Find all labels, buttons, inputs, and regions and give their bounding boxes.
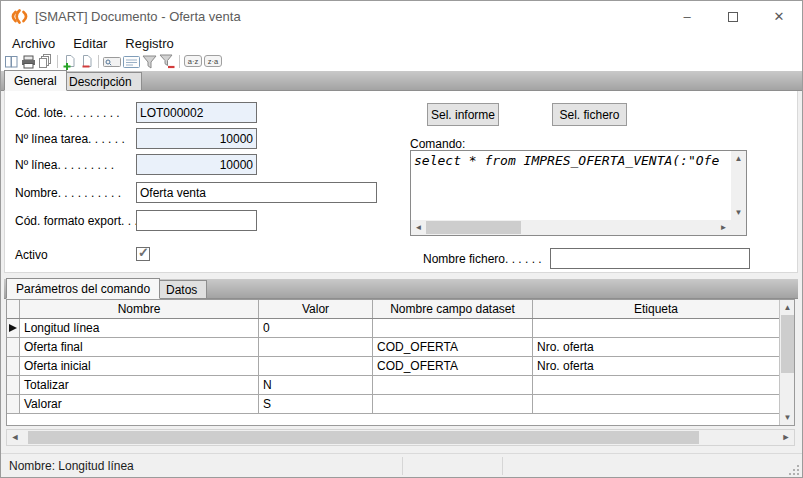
sel-informe-button[interactable]: Sel. informe <box>427 103 499 126</box>
parameters-grid: Nombre Valor Nombre campo dataset Etique… <box>6 299 795 426</box>
titlebar[interactable]: [SMART] Documento - Oferta venta – ✕ <box>1 1 802 32</box>
tab-datos[interactable]: Datos <box>156 280 207 298</box>
cell-etiqueta[interactable] <box>533 319 779 337</box>
sort-za-icon[interactable]: z·a <box>204 54 222 70</box>
status-separator <box>402 457 403 475</box>
sel-fichero-button[interactable]: Sel. fichero <box>552 103 627 126</box>
delete-record-icon[interactable] <box>79 54 94 70</box>
scroll-right-icon[interactable]: ► <box>778 430 794 445</box>
svg-text:z·a: z·a <box>208 57 219 66</box>
maximize-button[interactable] <box>710 1 756 32</box>
table-row[interactable]: Totalizar N <box>7 376 779 395</box>
cell-valor[interactable]: S <box>259 395 373 413</box>
scrollbar-thumb[interactable] <box>426 221 521 234</box>
table-row[interactable]: Oferta final COD_OFERTA Nro. oferta <box>7 338 779 357</box>
column-header-nombre-campo-dataset[interactable]: Nombre campo dataset <box>373 300 533 318</box>
cell-nombre[interactable]: Totalizar <box>20 376 259 394</box>
cell-etiqueta[interactable]: Nro. oferta <box>533 338 779 356</box>
menubar: Archivo Editar Registro <box>1 32 802 54</box>
scroll-left-icon[interactable]: ◄ <box>411 220 426 235</box>
cell-nombre[interactable]: Oferta final <box>20 338 259 356</box>
scroll-down-icon[interactable]: ▼ <box>780 410 795 425</box>
num-linea-field[interactable] <box>136 154 257 175</box>
scroll-up-icon[interactable]: ▲ <box>731 151 746 166</box>
scroll-down-icon[interactable]: ▼ <box>731 205 746 220</box>
cell-nombre[interactable]: Valorar <box>20 395 259 413</box>
menu-registro[interactable]: Registro <box>116 34 182 53</box>
status-text: Nombre: Longitud línea <box>9 459 134 473</box>
cell-valor[interactable] <box>259 338 373 356</box>
page-tabstrip: General Descripción <box>1 71 802 91</box>
cell-etiqueta[interactable]: Nro. oferta <box>533 357 779 375</box>
activo-checkbox[interactable]: ✓ <box>136 247 150 261</box>
cell-valor[interactable] <box>259 357 373 375</box>
toolbar-separator <box>57 55 58 68</box>
resize-grip-icon[interactable] <box>789 465 800 476</box>
cell-nombre[interactable]: Longitud línea <box>20 319 259 337</box>
grid-horizontal-scrollbar[interactable]: ◄ ► <box>6 429 795 446</box>
column-header-etiqueta[interactable]: Etiqueta <box>533 300 779 318</box>
activo-label: Activo <box>15 248 48 262</box>
search-box-icon[interactable] <box>103 54 121 70</box>
toolbar-separator <box>179 55 180 68</box>
comando-input[interactable]: select * from IMPRES_OFERTA_VENTA(:"Ofe <box>414 153 729 218</box>
comando-horizontal-scrollbar[interactable]: ◄ ► <box>411 220 731 235</box>
nombre-field[interactable] <box>136 182 377 203</box>
cell-etiqueta[interactable] <box>533 376 779 394</box>
print-icon[interactable] <box>21 54 36 70</box>
cell-dataset[interactable] <box>373 319 533 337</box>
tab-general[interactable]: General <box>4 70 67 91</box>
statusbar: Nombre: Longitud línea <box>1 453 802 478</box>
new-record-icon[interactable] <box>62 54 77 70</box>
close-icon: ✕ <box>774 9 785 24</box>
table-row[interactable]: Valorar S <box>7 395 779 414</box>
row-selector-cell <box>7 395 20 413</box>
form-view-icon[interactable] <box>123 54 140 70</box>
scroll-right-icon[interactable]: ► <box>716 220 731 235</box>
close-button[interactable]: ✕ <box>756 1 802 32</box>
row-selector-cell <box>7 319 20 337</box>
cell-dataset[interactable] <box>373 395 533 413</box>
cell-valor[interactable]: 0 <box>259 319 373 337</box>
cell-etiqueta[interactable] <box>533 395 779 413</box>
filter-icon[interactable] <box>142 54 157 70</box>
duplicate-pages-icon[interactable] <box>38 54 53 70</box>
num-linea-label: Nº línea. . . . . . . . . <box>15 158 114 172</box>
sort-az-icon[interactable]: a·z <box>184 54 202 70</box>
filter-remove-icon[interactable] <box>159 54 175 70</box>
toolbar: a·z z·a <box>1 53 802 70</box>
cell-nombre[interactable]: Oferta inicial <box>20 357 259 375</box>
copy-pages-icon[interactable] <box>4 54 19 70</box>
cod-lote-field[interactable] <box>136 102 257 123</box>
scroll-up-icon[interactable]: ▲ <box>780 300 795 315</box>
cell-valor[interactable]: N <box>259 376 373 394</box>
general-form-panel: Cód. lote. . . . . . . . . Nº línea tare… <box>4 91 798 273</box>
minimize-icon: – <box>683 9 690 24</box>
scrollbar-corner <box>731 220 746 235</box>
menu-editar[interactable]: Editar <box>64 34 116 53</box>
tab-parametros-del-comando[interactable]: Parámetros del comando <box>6 278 160 299</box>
tab-descripcion[interactable]: Descripción <box>59 72 142 90</box>
scroll-left-icon[interactable]: ◄ <box>7 430 23 445</box>
minimize-button[interactable]: – <box>664 1 710 32</box>
comando-vertical-scrollbar[interactable]: ▲ ▼ <box>731 151 746 220</box>
cod-formato-export-field[interactable] <box>136 210 257 231</box>
table-row[interactable]: Oferta inicial COD_OFERTA Nro. oferta <box>7 357 779 376</box>
num-linea-tarea-field[interactable] <box>136 128 257 149</box>
grid-header-row: Nombre Valor Nombre campo dataset Etique… <box>7 300 779 319</box>
column-header-nombre[interactable]: Nombre <box>20 300 259 318</box>
table-row[interactable]: Longitud línea 0 <box>7 319 779 338</box>
bottom-tabstrip: Parámetros del comando Datos <box>4 279 798 299</box>
column-header-valor[interactable]: Valor <box>259 300 373 318</box>
menu-archivo[interactable]: Archivo <box>3 34 64 53</box>
cell-dataset[interactable]: COD_OFERTA <box>373 357 533 375</box>
cell-dataset[interactable]: COD_OFERTA <box>373 338 533 356</box>
grid-vertical-scrollbar[interactable]: ▲ ▼ <box>779 300 794 425</box>
nombre-label: Nombre. . . . . . . . . . <box>15 186 121 200</box>
status-separator <box>502 457 503 475</box>
nombre-fichero-field[interactable] <box>550 248 750 269</box>
grid-table: Nombre Valor Nombre campo dataset Etique… <box>7 300 779 425</box>
cell-dataset[interactable] <box>373 376 533 394</box>
scrollbar-thumb[interactable] <box>781 315 794 373</box>
scrollbar-thumb[interactable] <box>28 431 699 444</box>
